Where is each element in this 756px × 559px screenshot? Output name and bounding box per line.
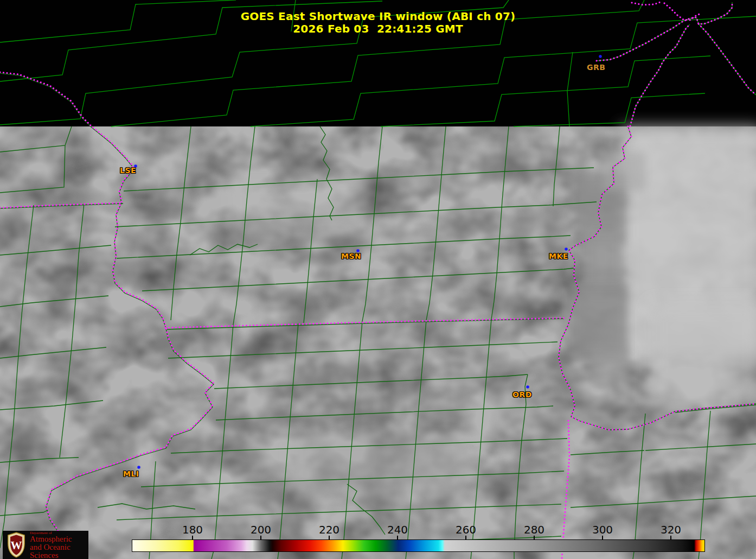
door-peninsula-shoreline [630,24,690,126]
logo-name-line1: Atmospheric [30,535,88,543]
crest-monogram: W [11,539,22,552]
station-dot-ord [526,385,529,389]
colorbar-tick [465,536,466,539]
colorbar-label-220: 220 [312,523,347,536]
station-dot-mke [565,247,568,251]
uw-crest-icon: W [6,532,27,558]
temperature-colorbar [132,539,705,552]
image-title: GOES East Shortwave IR window (ABI ch 07… [0,10,756,23]
station-dot-grb [599,55,601,58]
colorbar-tick [602,536,603,539]
satellite-viewer: GOES East Shortwave IR window (ABI ch 07… [0,0,756,559]
station-label-msn: MSN [341,252,361,261]
logo-name-line2: and Oceanic Sciences [30,543,88,559]
colorbar-label-240: 240 [380,523,415,536]
logo-text: Department of Atmospheric and Oceanic Sc… [30,531,88,559]
colorbar-label-320: 320 [654,523,688,536]
station-label-mke: MKE [549,252,568,261]
colorbar-label-280: 280 [517,523,552,536]
station-label-grb: GRB [587,63,605,72]
map-canvas [0,0,756,559]
station-dot-mli [137,466,140,469]
colorbar-tick [534,536,535,539]
aos-logo: W Department of Atmospheric and Oceanic … [3,531,88,559]
colorbar-label-260: 260 [449,523,483,536]
station-label-ord: ORD [512,390,532,399]
colorbar-label-300: 300 [585,523,620,536]
imagery-texture [0,126,756,559]
top-island-shoreline [632,2,662,5]
colorbar-tick [192,536,193,539]
colorbar-tick [329,536,330,539]
colorbar-label-180: 180 [175,523,210,536]
station-label-mli: MLI [123,469,139,478]
image-timestamp: 2026 Feb 03 22:41:25 GMT [0,23,756,35]
colorbar-tick [260,536,261,539]
colorbar-label-200: 200 [244,523,278,536]
station-label-lse: LSE [120,166,136,175]
colorbar-tick [670,536,671,539]
header: GOES East Shortwave IR window (ABI ch 07… [0,10,756,35]
colorbar-tick [397,536,398,539]
